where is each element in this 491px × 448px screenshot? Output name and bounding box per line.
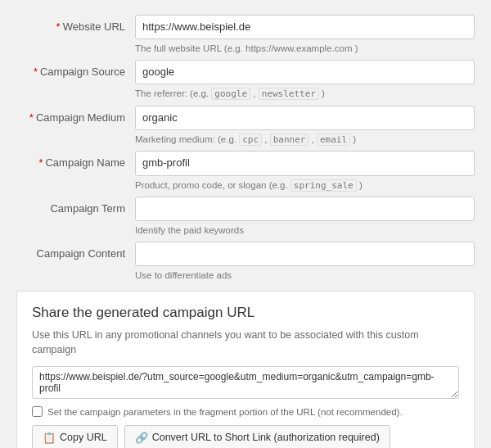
convert-url-button[interactable]: 🔗 Convert URL to Short Link (authorizati… [124, 425, 390, 448]
campaign-medium-row: *Campaign Medium Marketing medium: (e.g.… [16, 106, 475, 147]
campaign-content-label: Campaign Content [16, 242, 135, 261]
website-url-field: The full website URL (e.g. https://www.e… [135, 15, 475, 55]
required-marker: * [29, 111, 34, 124]
share-description: Use this URL in any promotional channels… [32, 328, 459, 359]
share-title: Share the generated campaign URL [32, 305, 459, 321]
fragment-checkbox[interactable] [32, 406, 43, 417]
campaign-term-label: Campaign Term [16, 197, 135, 216]
campaign-term-row: Campaign Term Identify the paid keywords [16, 197, 475, 237]
website-url-label: *Website URL [16, 15, 135, 34]
campaign-name-field: Product, promo code, or slogan (e.g. spr… [135, 151, 475, 192]
campaign-name-label: *Campaign Name [16, 151, 135, 170]
required-marker: * [56, 20, 61, 33]
copy-icon: 📋 [43, 431, 56, 446]
link-icon: 🔗 [135, 431, 148, 446]
generated-url-textarea[interactable]: https://www.beispiel.de/?utm_source=goog… [32, 366, 459, 399]
share-box: Share the generated campaign URL Use thi… [16, 291, 475, 448]
campaign-source-field: The referrer: (e.g. google , newsletter … [135, 60, 475, 101]
campaign-name-hint: Product, promo code, or slogan (e.g. spr… [135, 179, 475, 192]
campaign-content-input[interactable] [135, 242, 475, 266]
website-url-input[interactable] [135, 15, 475, 39]
form-container: *Website URL The full website URL (e.g. … [8, 8, 483, 448]
campaign-term-input[interactable] [135, 197, 475, 221]
campaign-term-field: Identify the paid keywords [135, 197, 475, 237]
required-marker: * [38, 156, 43, 169]
website-url-row: *Website URL The full website URL (e.g. … [16, 15, 475, 55]
required-marker: * [34, 66, 38, 78]
fragment-row: Set the campaign parameters in the fragm… [32, 406, 459, 417]
campaign-source-row: *Campaign Source The referrer: (e.g. goo… [16, 60, 475, 101]
campaign-term-hint: Identify the paid keywords [135, 224, 475, 237]
buttons-row: 📋 Copy URL 🔗 Convert URL to Short Link (… [32, 425, 459, 448]
fragment-label[interactable]: Set the campaign parameters in the fragm… [47, 407, 403, 417]
copy-url-label: Copy URL [60, 431, 107, 446]
campaign-source-label: *Campaign Source [16, 60, 135, 79]
campaign-medium-field: Marketing medium: (e.g. cpc , banner , e… [135, 106, 475, 147]
website-url-hint: The full website URL (e.g. https://www.e… [135, 42, 475, 55]
campaign-medium-hint: Marketing medium: (e.g. cpc , banner , e… [135, 133, 475, 146]
campaign-source-input[interactable] [135, 60, 475, 84]
campaign-name-row: *Campaign Name Product, promo code, or s… [16, 151, 475, 192]
campaign-medium-label: *Campaign Medium [16, 106, 135, 125]
convert-url-label: Convert URL to Short Link (authorization… [152, 431, 380, 446]
campaign-medium-input[interactable] [135, 106, 475, 130]
campaign-name-input[interactable] [135, 151, 475, 175]
copy-url-button[interactable]: 📋 Copy URL [32, 425, 118, 448]
campaign-content-hint: Use to differentiate ads [135, 269, 475, 282]
campaign-content-row: Campaign Content Use to differentiate ad… [16, 242, 475, 282]
campaign-content-field: Use to differentiate ads [135, 242, 475, 282]
campaign-source-hint: The referrer: (e.g. google , newsletter … [135, 87, 475, 100]
